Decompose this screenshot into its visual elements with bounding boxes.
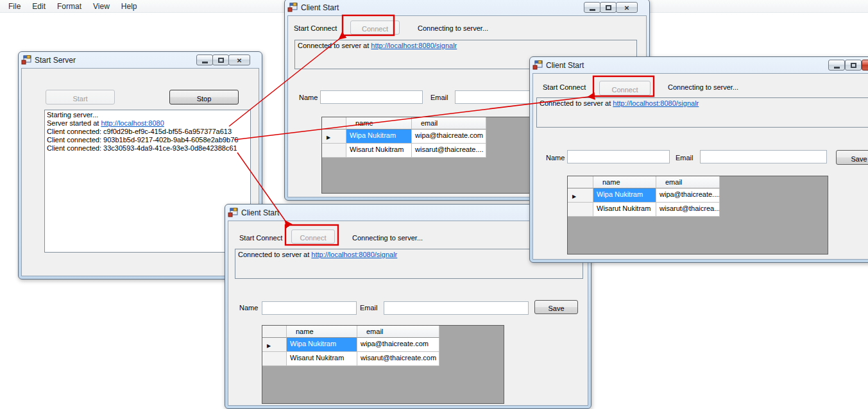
maximize-icon [851, 63, 856, 68]
connect-button[interactable]: Connect [291, 230, 335, 244]
email-label: Email [676, 154, 694, 162]
close-button[interactable] [862, 60, 868, 71]
grid-cell-email[interactable]: wisarut@thaicreate.... [412, 144, 486, 158]
grid-row[interactable]: Wipa Nukitram wipa@thaicreate.com [262, 338, 504, 352]
current-row-indicator-icon [570, 190, 574, 198]
connecting-status-text: Connecting to server... [668, 83, 738, 91]
grid-header-row: name email [262, 326, 504, 338]
current-row-indicator-icon [324, 131, 328, 139]
menu-edit[interactable]: Edit [26, 1, 51, 12]
grid-cell-name[interactable]: Wipa Nukitram [593, 188, 656, 203]
grid-corner-cell [322, 117, 346, 129]
menu-help[interactable]: Help [115, 1, 143, 12]
start-connect-label: Start Connect [294, 24, 337, 32]
maximize-button[interactable] [600, 2, 617, 13]
window-title: Client Start [546, 61, 584, 70]
signalr-url-link[interactable]: http://localhost:8080/signalr [371, 42, 457, 49]
minimize-icon [590, 9, 595, 11]
start-connect-label: Start Connect [239, 234, 282, 242]
minimize-button[interactable] [196, 54, 213, 65]
grid-cell-name[interactable]: Wipa Nukitram [287, 338, 357, 352]
log-line: Client connected: c9f0d29b-ef9c-415d-bf5… [47, 128, 248, 136]
grid-corner-cell [568, 176, 593, 188]
maximize-icon [606, 5, 611, 10]
contacts-grid[interactable]: name email Wipa Nukitram wipa@thaicreate… [262, 325, 504, 404]
email-label: Email [430, 94, 448, 101]
grid-cell-name[interactable]: Wisarut Nukitram [593, 203, 656, 217]
close-button[interactable] [616, 2, 638, 13]
name-label: Name [299, 94, 318, 101]
grid-header-email[interactable]: email [357, 326, 439, 338]
minimize-icon [202, 62, 208, 63]
maximize-button[interactable] [845, 60, 862, 71]
name-input[interactable] [567, 150, 670, 163]
window-title: Client Start [301, 3, 339, 12]
menu-view[interactable]: View [87, 1, 115, 12]
email-input[interactable] [700, 150, 827, 163]
current-row-indicator-icon [264, 340, 268, 347]
window-title: Start Server [35, 56, 76, 65]
grid-header-email[interactable]: email [412, 117, 486, 129]
maximize-icon [218, 58, 224, 63]
maximize-button[interactable] [212, 54, 229, 65]
close-button[interactable] [228, 54, 250, 65]
name-input[interactable] [320, 90, 423, 104]
minimize-button[interactable] [584, 2, 600, 13]
signalr-url-link[interactable]: http://localhost:8080/signalr [613, 99, 699, 107]
name-input[interactable] [262, 301, 357, 315]
grid-row[interactable]: Wisarut Nukitram wisarut@thaicrea... [568, 203, 828, 217]
grid-cell-name[interactable]: Wipa Nukitram [346, 129, 412, 144]
connect-button[interactable]: Connect [350, 21, 400, 35]
titlebar[interactable]: Client Start [532, 59, 868, 71]
grid-cell-email[interactable]: wisarut@thaicrea... [656, 203, 720, 217]
titlebar[interactable]: Start Server [21, 54, 259, 66]
grid-header-name[interactable]: name [346, 117, 412, 129]
grid-cell-email[interactable]: wipa@thaicreate.com [412, 129, 486, 144]
connecting-status-text: Connecting to server... [418, 24, 488, 32]
close-icon [624, 3, 629, 12]
grid-header-row: name email [568, 176, 828, 188]
client-start-window-right: Client Start Start Connect Connect Conne… [529, 56, 868, 263]
application-screen: File Edit Format View Help Start Server … [0, 0, 868, 409]
grid-cell-email[interactable]: wisarut@thaicreate.com [357, 352, 439, 366]
titlebar[interactable]: Client Start [287, 1, 647, 13]
grid-corner-cell [262, 326, 287, 338]
contacts-grid[interactable]: name email Wipa Nukitram wipa@thaicreate… [567, 176, 828, 255]
grid-cell-name[interactable]: Wisarut Nukitram [346, 144, 412, 158]
window-title: Client Start [241, 208, 279, 217]
form-icon [287, 3, 298, 12]
email-label: Email [360, 304, 378, 312]
connect-button[interactable]: Connect [599, 81, 651, 96]
connecting-status-text: Connecting to server... [352, 234, 423, 242]
connected-status-box[interactable]: Connected to server at http://localhost:… [536, 97, 868, 128]
grid-cell-email[interactable]: wipa@thaicreate.... [656, 188, 720, 203]
client-area: Start Stop Starting server... Server sta… [21, 68, 259, 276]
grid-header-name[interactable]: name [287, 326, 357, 338]
server-log-textbox[interactable]: Starting server... Server started at htt… [44, 110, 251, 253]
log-line: Client connected: 903b1b5d-9217-402b-9ab… [47, 136, 248, 144]
log-line: Client connected: 33c30593-4da9-41ce-93e… [47, 144, 248, 153]
start-server-button[interactable]: Start [46, 90, 115, 104]
name-label: Name [239, 304, 258, 312]
grid-header-name[interactable]: name [593, 176, 656, 188]
menu-format[interactable]: Format [51, 1, 87, 12]
grid-cell-email[interactable]: wipa@thaicreate.com [357, 338, 439, 352]
start-connect-label: Start Connect [543, 83, 586, 91]
grid-row[interactable]: Wipa Nukitram wipa@thaicreate.... [568, 188, 828, 203]
form-icon [228, 208, 238, 217]
save-button[interactable]: Save [534, 300, 578, 314]
email-input[interactable] [384, 301, 529, 315]
server-url-link[interactable]: http://localhost:8080 [101, 119, 164, 127]
minimize-button[interactable] [828, 60, 845, 71]
form-icon [21, 55, 31, 65]
grid-row[interactable]: Wisarut Nukitram wisarut@thaicreate.com [262, 352, 504, 366]
name-label: Name [546, 154, 565, 162]
signalr-url-link[interactable]: http://localhost:8080/signalr [311, 251, 397, 258]
log-line: Server started at http://localhost:8080 [47, 119, 248, 128]
menu-file[interactable]: File [3, 1, 26, 12]
close-icon [237, 56, 242, 65]
grid-header-email[interactable]: email [656, 176, 720, 188]
stop-server-button[interactable]: Stop [169, 90, 239, 104]
save-button[interactable]: Save [836, 150, 868, 165]
grid-cell-name[interactable]: Wisarut Nukitram [287, 352, 357, 366]
